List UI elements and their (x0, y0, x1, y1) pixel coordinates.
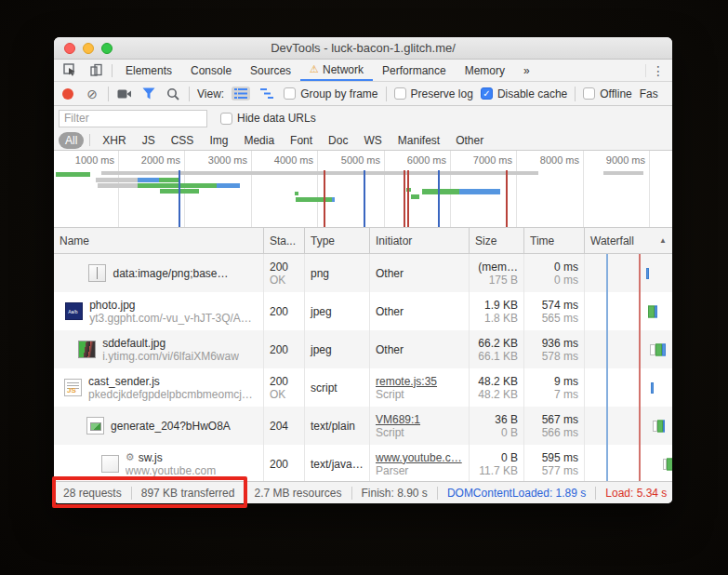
inspect-element-icon[interactable] (61, 62, 78, 79)
column-header-size[interactable]: Size (469, 228, 523, 253)
group-by-frame-label: Group by frame (300, 87, 377, 100)
disable-cache-checkbox[interactable]: ✓ Disable cache (481, 87, 567, 100)
clear-button[interactable]: ⊘ (84, 86, 100, 102)
initiator-source[interactable]: remote.js:35 (376, 375, 463, 388)
tab-console[interactable]: Console (181, 60, 241, 81)
warning-icon: ⚠ (310, 64, 319, 74)
divider (244, 487, 245, 500)
summary-item-2: 2.7 MB resources (254, 487, 341, 500)
more-options-icon[interactable]: ⋮ (652, 60, 665, 81)
image-thumb-icon (78, 341, 96, 358)
filter-pill-media[interactable]: Media (237, 132, 281, 149)
column-header-label: Size (475, 234, 496, 247)
tab-sources[interactable]: Sources (241, 60, 300, 81)
domcontentloaded-line (606, 254, 608, 481)
request-row-3[interactable]: sddefault.jpgi.ytimg.com/vi/6lfaiXM6waw2… (54, 330, 672, 368)
overview-tick-label: 5000 ms (341, 154, 380, 166)
filter-pill-manifest[interactable]: Manifest (391, 132, 446, 149)
request-type: jpeg (311, 305, 364, 318)
domcontentloaded-line (364, 170, 365, 227)
status-code: 200 (270, 458, 298, 471)
column-header-time[interactable]: Time (523, 228, 584, 253)
tab-performance[interactable]: Performance (373, 60, 456, 81)
overview-tick-label: 9000 ms (606, 154, 645, 166)
divider (131, 487, 132, 500)
devtools-tabbar: ElementsConsoleSources⚠NetworkPerformanc… (54, 60, 672, 82)
filter-funnel-icon[interactable] (140, 86, 157, 102)
group-by-frame-checkbox[interactable]: Group by frame (284, 87, 377, 100)
column-header-type[interactable]: Type (304, 228, 369, 253)
column-header-name[interactable]: Name (54, 228, 263, 253)
divider (437, 487, 438, 500)
sort-ascending-icon[interactable]: ▲ (659, 236, 667, 245)
request-row-5[interactable]: generate_204?bHwO8A204text/plainVM689:1S… (54, 407, 672, 445)
column-header-label: Name (60, 234, 89, 247)
checkbox[interactable] (220, 113, 232, 125)
column-header-waterfall[interactable]: Waterfall▲ (584, 228, 672, 253)
close-window-button[interactable] (64, 43, 75, 54)
doc-image-icon (86, 417, 104, 435)
filter-pill-all[interactable]: All (59, 132, 84, 149)
minimize-window-button[interactable] (83, 43, 94, 54)
request-row-2[interactable]: photo.jpgyt3.ggpht.com/-vu_v-hJT-3Q/A…20… (54, 292, 672, 330)
overview-gridline (384, 151, 385, 227)
overview-tick-label: 7000 ms (473, 154, 512, 166)
screenshot-camera-icon[interactable] (116, 86, 133, 102)
checkbox[interactable] (284, 87, 296, 100)
overview-bar-blue (217, 183, 240, 188)
tab-[interactable]: » (514, 60, 539, 81)
search-icon[interactable] (165, 86, 181, 102)
filter-pill-xhr[interactable]: XHR (96, 132, 132, 149)
view-waterfall-button[interactable] (258, 87, 276, 100)
offline-label: Offline (600, 87, 631, 100)
filter-pill-js[interactable]: JS (136, 132, 162, 149)
initiator-source[interactable]: www.youtube.c… (376, 451, 463, 464)
filter-pill-doc[interactable]: Doc (322, 132, 354, 149)
request-name: sddefault.jpg (102, 337, 165, 350)
request-type: png (311, 267, 364, 280)
filter-pill-ws[interactable]: WS (357, 132, 388, 149)
domcontentloaded-line (179, 170, 180, 227)
filter-input[interactable] (59, 110, 207, 127)
offline-checkbox[interactable]: Offline (583, 87, 631, 100)
network-toolbar: ⊘ View: Group by frame Preserve log ✓ (54, 82, 672, 106)
request-row-4[interactable]: cast_sender.jspkedcjkdefgpdelpbcmbmeomcj… (54, 368, 672, 407)
load-event-line (639, 254, 641, 481)
status-code: 200 (270, 343, 298, 356)
transfer-size: 66.2 KB (478, 337, 518, 350)
tab-elements[interactable]: Elements (116, 60, 181, 81)
image-data-icon (88, 264, 106, 282)
checkbox[interactable] (583, 87, 595, 100)
network-overview-timeline[interactable]: 1000 ms2000 ms3000 ms4000 ms5000 ms6000 … (54, 151, 672, 228)
waterfall-bar-blue (646, 268, 649, 279)
view-list-button[interactable] (232, 87, 250, 100)
filter-pill-other[interactable]: Other (449, 132, 490, 149)
filter-pill-img[interactable]: Img (203, 132, 234, 149)
divider (575, 87, 576, 101)
waterfall-bar-green (667, 458, 672, 470)
tab-memory[interactable]: Memory (456, 60, 514, 81)
column-header-initiator[interactable]: Initiator (369, 228, 469, 253)
checkbox[interactable] (394, 87, 406, 100)
request-row-1[interactable]: data:image/png;base…200OKpngOther(mem…17… (54, 254, 672, 292)
overview-gridline (516, 151, 517, 227)
record-button[interactable] (60, 86, 76, 102)
device-toolbar-icon[interactable] (87, 62, 104, 79)
throttling-select[interactable]: Fas (640, 87, 658, 100)
filter-pill-css[interactable]: CSS (165, 132, 201, 149)
tab-network[interactable]: ⚠Network (300, 60, 373, 81)
request-row-6[interactable]: ⚙sw.jswww.youtube.com200text/java…www.yo… (54, 445, 672, 481)
preserve-log-checkbox[interactable]: Preserve log (394, 87, 473, 100)
hide-data-urls-checkbox[interactable]: Hide data URLs (220, 112, 316, 125)
overview-bar-green (422, 189, 459, 194)
total-time: 936 ms (542, 337, 578, 350)
latency-time: 565 ms (542, 312, 578, 325)
request-domain: pkedcjkdefgpdelpbcmbmeomcj… (88, 388, 253, 401)
request-domain: www.youtube.com (126, 464, 216, 477)
initiator-source[interactable]: VM689:1 (376, 413, 463, 426)
checkbox-checked[interactable]: ✓ (481, 87, 493, 100)
column-header-sta[interactable]: Sta... (263, 228, 304, 253)
zoom-window-button[interactable] (101, 43, 113, 54)
filter-pill-font[interactable]: Font (284, 132, 319, 149)
script-js-icon (64, 379, 82, 396)
